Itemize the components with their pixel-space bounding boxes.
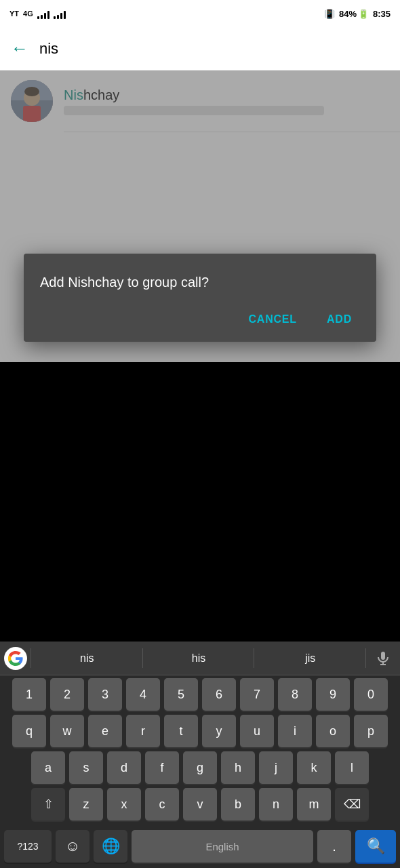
key-l[interactable]: l <box>335 751 369 784</box>
add-button[interactable]: ADD <box>319 308 360 331</box>
signal-bars-1 <box>37 8 49 19</box>
period-label: . <box>332 839 336 854</box>
period-key[interactable]: . <box>317 830 351 863</box>
key-t[interactable]: t <box>164 715 198 747</box>
status-bar: YT 4G 📳 84% 🔋 8:35 <box>0 0 400 27</box>
emoji-icon: ☺ <box>65 837 80 855</box>
shift-key[interactable]: ⇧ <box>31 788 65 821</box>
qwerty-row: q w e r t y u i o p <box>3 715 397 747</box>
time-display: 8:35 <box>373 9 391 19</box>
key-v[interactable]: v <box>183 788 217 821</box>
network-label: 4G <box>23 9 33 18</box>
globe-icon: 🌐 <box>102 837 120 855</box>
key-5[interactable]: 5 <box>164 678 198 711</box>
key-4[interactable]: 4 <box>126 678 160 711</box>
key-k[interactable]: k <box>297 751 331 784</box>
dialog-buttons: CANCEL ADD <box>40 308 360 331</box>
keyboard-suggestions: nis his jis <box>0 642 400 675</box>
key-f[interactable]: f <box>145 751 179 784</box>
google-g-icon <box>4 647 27 670</box>
key-a[interactable]: a <box>31 751 65 784</box>
key-9[interactable]: 9 <box>316 678 350 711</box>
search-button[interactable]: 🔍 <box>355 830 396 863</box>
key-p[interactable]: p <box>354 715 388 747</box>
mic-button[interactable] <box>366 642 400 675</box>
key-3[interactable]: 3 <box>88 678 122 711</box>
status-left: YT 4G <box>9 8 66 19</box>
space-key[interactable]: English <box>132 830 313 863</box>
key-h[interactable]: h <box>221 751 255 784</box>
suggestion-jis[interactable]: jis <box>254 642 366 675</box>
numbers-switch-button[interactable]: ?123 <box>4 830 52 863</box>
key-i[interactable]: i <box>278 715 312 747</box>
key-x[interactable]: x <box>107 788 141 821</box>
key-0[interactable]: 0 <box>354 678 388 711</box>
key-c[interactable]: c <box>145 788 179 821</box>
key-y[interactable]: y <box>202 715 236 747</box>
key-7[interactable]: 7 <box>240 678 274 711</box>
keyboard-area: nis his jis 1 2 3 4 5 6 7 8 9 <box>0 642 400 868</box>
key-q[interactable]: q <box>12 715 46 747</box>
key-z[interactable]: z <box>69 788 103 821</box>
yt-label: YT <box>9 9 19 18</box>
number-row-container: 1 2 3 4 5 6 7 8 9 0 q w e r t y u i o p … <box>0 675 400 827</box>
key-1[interactable]: 1 <box>12 678 46 711</box>
zxcv-row: ⇧ z x c v b n m ⌫ <box>3 788 397 821</box>
key-m[interactable]: m <box>297 788 331 821</box>
suggestion-text-1: nis <box>80 652 94 665</box>
suggestion-nis[interactable]: nis <box>31 642 143 675</box>
backspace-key[interactable]: ⌫ <box>335 788 369 821</box>
key-n[interactable]: n <box>259 788 293 821</box>
emoji-button[interactable]: ☺ <box>56 830 89 863</box>
key-o[interactable]: o <box>316 715 350 747</box>
signal-bars-2 <box>54 8 66 19</box>
key-2[interactable]: 2 <box>50 678 84 711</box>
key-b[interactable]: b <box>221 788 255 821</box>
search-icon: 🔍 <box>367 837 385 855</box>
key-j[interactable]: j <box>259 751 293 784</box>
key-d[interactable]: d <box>107 751 141 784</box>
key-8[interactable]: 8 <box>278 678 312 711</box>
key-6[interactable]: 6 <box>202 678 236 711</box>
suggestion-his[interactable]: his <box>143 642 255 675</box>
key-s[interactable]: s <box>69 751 103 784</box>
keyboard-bottom: ?123 ☺ 🌐 English . 🔍 <box>0 827 400 868</box>
asdf-row: a s d f g h j k l <box>3 751 397 784</box>
key-w[interactable]: w <box>50 715 84 747</box>
suggestion-text-3: jis <box>305 652 315 665</box>
battery-percent: 84 <box>339 9 348 19</box>
svg-rect-5 <box>381 652 385 660</box>
content-area: Nishchay Add Nishchay to group call? CAN… <box>0 71 400 362</box>
language-button[interactable]: 🌐 <box>94 830 127 863</box>
suggestion-text-2: his <box>192 652 205 665</box>
numbers-switch-label: ?123 <box>17 841 38 852</box>
status-right: 📳 84% 🔋 8:35 <box>324 9 391 19</box>
space-label: English <box>205 841 239 852</box>
key-g[interactable]: g <box>183 751 217 784</box>
key-u[interactable]: u <box>240 715 274 747</box>
dialog: Add Nishchay to group call? CANCEL ADD <box>24 254 376 342</box>
cancel-button[interactable]: CANCEL <box>240 308 304 331</box>
google-logo <box>0 642 31 675</box>
battery-indicator: 84% 🔋 <box>339 9 369 19</box>
dialog-backdrop: Add Nishchay to group call? CANCEL ADD <box>0 71 400 362</box>
number-row: 1 2 3 4 5 6 7 8 9 0 <box>3 678 397 711</box>
search-bar: ← nis <box>0 27 400 71</box>
key-r[interactable]: r <box>126 715 160 747</box>
search-query[interactable]: nis <box>39 40 58 58</box>
dialog-title: Add Nishchay to group call? <box>40 273 360 292</box>
back-button[interactable]: ← <box>11 38 28 59</box>
key-e[interactable]: e <box>88 715 122 747</box>
